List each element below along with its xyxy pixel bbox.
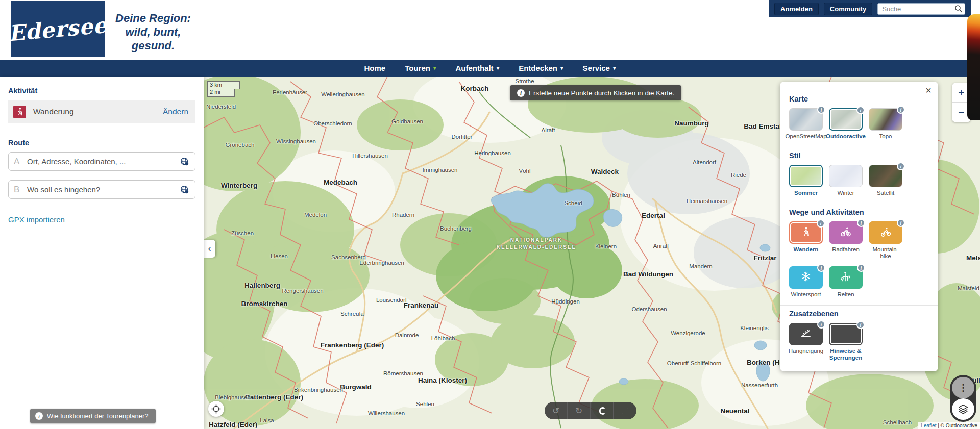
nav-item-entdecken[interactable]: Entdecken▾ [519,64,563,72]
route-start-field: A [8,152,195,171]
info-icon[interactable]: i [817,320,825,329]
chevron-down-icon: ▾ [613,65,616,71]
nav-item-label: Touren [405,64,430,72]
info-icon[interactable]: i [817,106,825,114]
tile-label: Satellit [877,190,895,196]
info-icon[interactable]: i [897,219,905,227]
tile-label: Hinweise & Sperrungen [829,348,863,361]
activity-heading: Aktivität [8,87,195,95]
search-icon[interactable] [954,5,963,13]
rider-icon [840,271,852,284]
select-box-icon [622,408,628,414]
layers-button[interactable] [952,398,974,420]
tile-label: Sommer [794,190,818,196]
panel-section-stil: StilSommerWinteriSatellit [780,147,938,204]
route-start-input[interactable] [27,157,180,166]
crosshair-icon [211,404,221,414]
layer-tile-satellit[interactable]: iSatellit [869,165,902,196]
nav-item-service[interactable]: Service▾ [583,64,616,72]
tagline-line-1: Deine Region: [115,11,191,25]
community-button[interactable]: Community [824,3,873,15]
panel-section-wege-und-aktivit-ten: Wege und AktivitäteniWanderniRadfahreniM… [780,204,938,305]
search-input[interactable] [877,3,965,15]
layer-tile-wintersport[interactable]: iWintersport [789,266,823,298]
layer-tile-mountain-bike[interactable]: iMountain- bike [869,221,902,260]
redo-button[interactable]: ↻ [568,402,591,419]
info-icon[interactable]: i [897,162,905,170]
map-fab-stack: ⋮ [950,375,976,422]
gpx-import-link[interactable]: GPX importieren [8,215,65,224]
layer-tile-hinweise-sperrungen[interactable]: iHinweise & Sperrungen [829,323,863,361]
edersee-logo[interactable]: Edersee [11,1,105,57]
tile-label: Outdooractive [826,133,866,140]
close-icon[interactable]: × [925,85,932,95]
info-icon[interactable]: i [897,106,905,114]
tile-thumbnail [789,165,823,187]
info-icon[interactable]: i [857,264,865,272]
sidebar-collapse-button[interactable]: ‹ [204,240,215,258]
panel-section-title: Wege und Aktivitäten [789,208,929,216]
logo-text: Edersee [8,12,109,46]
site-header: Edersee Deine Region: wild, bunt, gesund… [0,0,980,60]
layer-tile-wandern[interactable]: iWandern [789,221,823,260]
more-options-button[interactable]: ⋮ [952,377,974,398]
info-icon[interactable]: i [817,264,825,272]
layer-tile-hangneigung[interactable]: iHangneigung [789,323,823,361]
tile-thumbnail: i [789,221,823,244]
hiker-icon [800,226,812,239]
undo-icon: ↺ [552,406,559,416]
info-icon[interactable]: i [817,219,825,228]
nav-item-aufenthalt[interactable]: Aufenthalt▾ [455,64,499,72]
hiking-icon [13,106,26,118]
map-attribution: Leaflet | © Outdooractive [918,422,980,429]
undo-button[interactable]: ↺ [545,402,568,419]
layer-tile-radfahren[interactable]: iRadfahren [829,221,863,260]
panel-section-karte: KarteiOpenStreetMapiOutdooractiveiTopo [780,87,938,147]
map-layer-panel: × KarteiOpenStreetMapiOutdooractiveiTopo… [780,82,938,371]
panel-section-title: Stil [789,152,929,160]
activity-name: Wanderung [33,107,163,116]
mtb-icon [879,226,892,239]
end-marker-label: B [14,185,21,195]
locate-me-button[interactable] [208,401,224,417]
tile-thumbnail [829,165,863,187]
login-button[interactable]: Anmelden [774,3,819,15]
tile-thumbnail: i [829,221,863,244]
layer-tile-sommer[interactable]: Sommer [789,165,823,196]
kebab-icon: ⋮ [959,382,968,393]
panel-section-title: Karte [789,95,929,103]
tile-thumbnail: i [789,108,823,131]
route-end-input[interactable] [27,185,180,194]
tile-thumbnail: i [869,108,902,131]
map-canvas[interactable]: KorbachNaumburgBad EmstalWinterbergMedeb… [204,77,980,429]
chevron-down-icon: ▾ [433,65,436,71]
info-icon[interactable]: i [856,106,865,114]
nav-item-label: Home [364,64,386,72]
change-activity-link[interactable]: Ändern [163,107,188,116]
info-icon[interactable]: i [856,321,865,329]
nav-item-touren[interactable]: Touren▾ [405,64,436,72]
tile-label: Wintersport [791,291,821,298]
tour-planner-help-button[interactable]: i Wie funktioniert der Tourenplaner? [30,409,156,423]
layer-tile-outdooractive[interactable]: iOutdooractive [829,108,863,140]
globe-pick-icon[interactable] [180,185,190,195]
globe-pick-icon[interactable] [180,157,190,167]
panel-section-title: Zusatzebenen [789,310,929,318]
leaflet-link[interactable]: Leaflet [921,423,936,428]
snap-to-trail-button[interactable] [591,402,614,419]
layer-tile-openstreetmap[interactable]: iOpenStreetMap [789,108,823,140]
layer-tile-reiten[interactable]: iReiten [829,266,863,298]
layer-tile-winter[interactable]: Winter [829,165,863,196]
main-nav: HomeTouren▾Aufenthalt▾Entdecken▾Service▾ [0,60,980,77]
help-label: Wie funktioniert der Tourenplaner? [47,412,149,420]
layers-icon [958,403,969,415]
box-select-button[interactable] [614,402,636,419]
nav-item-label: Entdecken [519,64,557,72]
nav-item-home[interactable]: Home [364,64,386,72]
route-edit-toolbar: ↺ ↻ [545,402,636,419]
layer-tile-topo[interactable]: iTopo [869,108,902,140]
tile-label: Radfahren [832,246,860,253]
scale-mi: 2 mi [207,89,235,97]
info-icon[interactable]: i [857,219,865,227]
map-scale: 3 km 2 mi [207,81,240,97]
